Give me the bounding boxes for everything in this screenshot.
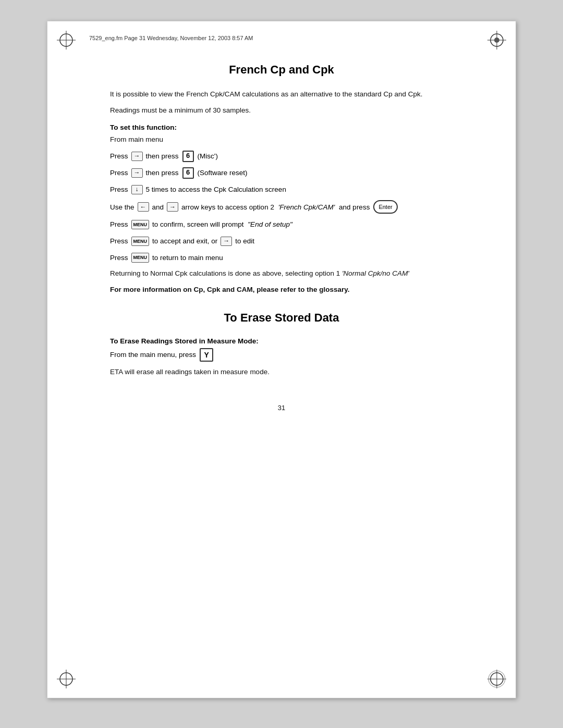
set-function-label: To set this function: (110, 124, 453, 131)
step1-line: Press → then press 6 (Misc') (110, 151, 453, 162)
corner-mark-tl (57, 31, 76, 50)
svg-point-6 (494, 38, 499, 43)
content-area: French Cp and Cpk It is possible to view… (110, 63, 453, 412)
step3-arrow: ↓ (131, 185, 143, 194)
corner-mark-br (487, 670, 506, 688)
step3-prefix: Press (110, 184, 128, 195)
step1-number: 6 (182, 151, 194, 162)
step5-prefix: Press (110, 219, 128, 230)
step1-arrow: → (131, 152, 143, 161)
step3-line: Press ↓ 5 times to access the Cpk Calcul… (110, 184, 453, 195)
step6-line: Press MENU to accept and exit, or → to e… (110, 236, 453, 247)
step4-prefix: Use the (110, 202, 134, 213)
step1-middle: then press (146, 151, 179, 162)
page: 7529_eng.fm Page 31 Wednesday, November … (47, 21, 516, 698)
step4-italic: 'French Cpk/CAM' (276, 202, 335, 213)
step5-line: Press MENU to confirm, screen will promp… (110, 219, 453, 230)
step1-prefix: Press (110, 151, 128, 162)
key-y: Y (200, 348, 213, 362)
step6-prefix: Press (110, 236, 128, 247)
section1-intro1: It is possible to view the French Cpk/CA… (110, 89, 453, 100)
returning-text: Returning to Normal Cpk calculations is … (110, 268, 453, 279)
step3-suffix: 5 times to access the Cpk Calculation sc… (146, 184, 286, 195)
section2-from-main-menu: From the main menu, press (110, 349, 196, 361)
section2-subsection-label: To Erase Readings Stored in Measure Mode… (110, 337, 453, 345)
returning-prefix: Returning to Normal Cpk calculations is … (110, 269, 340, 277)
step7-suffix: to return to main menu (152, 252, 223, 264)
step4-enter: Enter (373, 200, 397, 214)
step5-suffix: to confirm, screen will prompt (152, 219, 244, 230)
step4-and: and (152, 202, 164, 213)
step4-line: Use the ← and → arrow keys to access opt… (110, 200, 453, 214)
step5-italic: "End of setup" (246, 219, 292, 230)
corner-mark-bl (57, 670, 76, 688)
eta-text: ETA will erase all readings taken in mea… (110, 367, 453, 378)
returning-italic: 'Normal Cpk/no CAM' (342, 269, 409, 277)
section2: To Erase Stored Data To Erase Readings S… (110, 311, 453, 378)
section2-title: To Erase Stored Data (110, 311, 453, 325)
step7-menu-key: MENU (131, 253, 150, 262)
step2-number: 6 (182, 167, 194, 179)
step4-suffix: arrow keys to access option 2 (181, 202, 274, 213)
step2-arrow: → (131, 168, 143, 178)
section1-title: French Cp and Cpk (110, 63, 453, 77)
page-number: 31 (110, 404, 453, 412)
step1-suffix: (Misc') (198, 151, 218, 162)
from-main-menu-line: From the main menu, press Y (110, 348, 453, 362)
corner-mark-tr (487, 31, 506, 50)
step4-suffix2: and press (337, 202, 370, 213)
step6-menu-key: MENU (131, 237, 150, 246)
step5-menu-key: MENU (131, 220, 150, 229)
section1-intro2: Readings must be a minimum of 30 samples… (110, 105, 453, 116)
file-info: 7529_eng.fm Page 31 Wednesday, November … (89, 35, 253, 41)
from-main-menu: From main menu (110, 134, 453, 145)
more-info: For more information on Cp, Cpk and CAM,… (110, 285, 453, 295)
step6-suffix: to accept and exit, or (152, 236, 217, 247)
step7-line: Press MENU to return to main menu (110, 252, 453, 264)
step4-arrow2: → (167, 202, 178, 212)
step2-prefix: Press (110, 167, 128, 179)
step4-arrow1: ← (138, 202, 149, 212)
step2-line: Press → then press 6 (Software reset) (110, 167, 453, 179)
step6-suffix2: to edit (235, 236, 254, 247)
step6-arrow: → (221, 237, 232, 246)
step2-middle: then press (146, 167, 179, 179)
step2-suffix: (Software reset) (198, 167, 248, 179)
step7-prefix: Press (110, 252, 128, 264)
